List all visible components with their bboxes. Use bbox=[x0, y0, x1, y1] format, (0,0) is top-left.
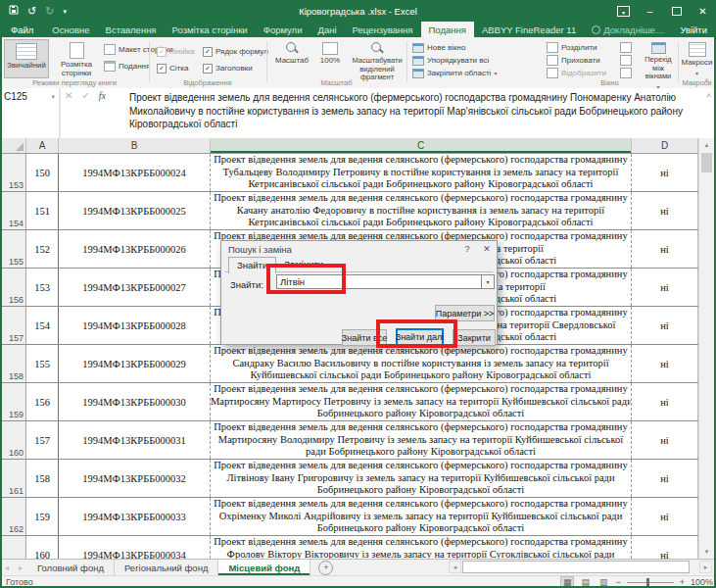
enter-icon[interactable]: ✓ bbox=[81, 90, 89, 101]
cell-b[interactable]: 1994МФ13КРББ000028 bbox=[59, 307, 211, 344]
row-header[interactable]: 162 bbox=[0, 498, 26, 535]
hscroll-left-icon[interactable]: ◂ bbox=[449, 561, 461, 573]
tab-data[interactable]: Дані bbox=[310, 22, 344, 37]
cell-c[interactable]: Проект відведення земель для ведення сел… bbox=[211, 460, 632, 497]
zoom-button[interactable]: Масштаб bbox=[272, 39, 311, 78]
maximize-button[interactable] bbox=[663, 0, 690, 22]
tab-review[interactable]: Рецензування bbox=[345, 22, 421, 37]
cell-c[interactable]: Проект відведення земель для ведення сел… bbox=[211, 536, 632, 559]
combo-dropdown-icon[interactable]: ▾ bbox=[481, 274, 495, 289]
cell-d[interactable]: ні bbox=[632, 307, 698, 344]
tab-page-layout[interactable]: Розмітка сторінки bbox=[165, 22, 256, 37]
zoom-to-selection-button[interactable]: Масштабувати виділений фрагмент bbox=[349, 39, 406, 78]
column-header-c[interactable]: C bbox=[211, 138, 632, 153]
insert-function-icon[interactable]: fx bbox=[99, 90, 106, 101]
row-header[interactable]: 158 bbox=[0, 345, 26, 382]
scroll-down-icon[interactable]: ▼ bbox=[699, 545, 714, 559]
horizontal-scrollbar[interactable] bbox=[462, 561, 697, 573]
name-box[interactable]: C125 ▾ bbox=[0, 88, 61, 138]
row-header[interactable]: 160 bbox=[0, 421, 26, 459]
undo-icon[interactable]: ↺ bbox=[27, 6, 36, 17]
tab-file[interactable]: Файл bbox=[0, 22, 44, 37]
row-header[interactable]: 157 bbox=[0, 307, 26, 344]
tab-home[interactable]: Основне bbox=[44, 22, 97, 37]
row-header[interactable]: 156 bbox=[0, 269, 26, 306]
cell-d[interactable]: ні bbox=[632, 498, 698, 535]
normal-view-button[interactable]: Звичайний bbox=[4, 39, 49, 78]
sheet-tab-regional-fund[interactable]: Регіональний фонд bbox=[115, 560, 218, 575]
cell-d[interactable]: ні bbox=[632, 460, 698, 497]
cell-b[interactable]: 1994МФ13КРББ000031 bbox=[59, 421, 211, 459]
macros-button[interactable]: Макроси ▾ bbox=[681, 39, 713, 78]
cell-a[interactable]: 158 bbox=[26, 460, 59, 497]
dialog-close-icon[interactable]: ✕ bbox=[477, 241, 497, 257]
column-header-b[interactable]: B bbox=[59, 138, 211, 153]
horizontal-scrollbar-thumb[interactable] bbox=[462, 561, 690, 573]
column-header-a[interactable]: A bbox=[26, 138, 59, 153]
minimize-button[interactable]: – bbox=[637, 0, 663, 22]
cell-c[interactable]: Проект відведення земель для ведення сел… bbox=[211, 154, 632, 191]
cell-c[interactable]: Проект відведення земель для ведення сел… bbox=[211, 383, 632, 420]
cell-d[interactable]: ні bbox=[632, 345, 698, 382]
cell-a[interactable]: 156 bbox=[26, 383, 59, 420]
unhide-button[interactable]: Відобразити bbox=[547, 68, 606, 78]
cell-d[interactable]: ні bbox=[632, 192, 698, 229]
freeze-panes-button[interactable]: Закріпити області ▾ bbox=[412, 68, 497, 78]
tab-view[interactable]: Подання bbox=[421, 22, 474, 37]
cell-d[interactable]: ні bbox=[632, 230, 698, 268]
cell-b[interactable]: 1994МФ13КРББ000034 bbox=[59, 536, 211, 559]
sheet-nav-left-icon[interactable]: ◂ bbox=[0, 560, 14, 575]
cell-d[interactable]: ні bbox=[632, 536, 698, 559]
cell-a[interactable]: 151 bbox=[26, 192, 59, 229]
save-icon[interactable] bbox=[9, 5, 19, 17]
cell-a[interactable]: 160 bbox=[26, 536, 59, 559]
page-layout-view-button[interactable]: Розмітка сторінки bbox=[52, 39, 101, 78]
cell-c[interactable]: Проект відведення земель для ведення сел… bbox=[211, 345, 632, 382]
ruler-checkbox[interactable]: ✓Лінійка bbox=[157, 46, 195, 57]
cell-a[interactable]: 152 bbox=[26, 230, 59, 268]
collapse-formula-bar-icon[interactable]: ˄ bbox=[706, 91, 711, 100]
row-header[interactable]: 161 bbox=[0, 460, 26, 497]
redo-icon[interactable]: ↻ bbox=[45, 6, 54, 17]
custom-views-button[interactable]: Подання bbox=[104, 61, 150, 72]
tab-abbyy[interactable]: ABBYY FineReader 11 bbox=[474, 22, 584, 37]
cell-c[interactable]: Проект відведення земель для ведення сел… bbox=[211, 421, 632, 459]
tab-formulas[interactable]: Формули bbox=[256, 22, 310, 37]
customize-qat-icon[interactable]: ▾ bbox=[63, 6, 67, 17]
cell-b[interactable]: 1994МФ13КРББ000026 bbox=[59, 230, 211, 268]
cell-b[interactable]: 1994МФ13КРББ000027 bbox=[59, 269, 211, 306]
sheet-tab-main-fund[interactable]: Головний фонд bbox=[27, 560, 115, 575]
cell-c[interactable]: Проект відведення земель для ведення сел… bbox=[211, 498, 632, 535]
cell-b[interactable]: 1994МФ13КРББ000033 bbox=[59, 498, 211, 535]
formula-bar-checkbox[interactable]: ✓Рядок формул bbox=[203, 46, 268, 57]
close-button[interactable]: Закрити bbox=[453, 329, 496, 346]
row-header[interactable]: 154 bbox=[0, 192, 26, 229]
cancel-icon[interactable]: ✕ bbox=[65, 90, 72, 101]
cell-a[interactable]: 153 bbox=[26, 269, 59, 306]
cell-b[interactable]: 1994МФ13КРББ000024 bbox=[59, 154, 211, 191]
cell-b[interactable]: 1994МФ13КРББ000029 bbox=[59, 345, 211, 382]
scroll-up-icon[interactable]: ▲ bbox=[699, 138, 714, 152]
headings-checkbox[interactable]: ✓Заголовки bbox=[203, 63, 253, 74]
zoom-slider[interactable] bbox=[627, 582, 674, 583]
cell-d[interactable]: ні bbox=[632, 383, 698, 420]
cell-d[interactable]: ні bbox=[632, 154, 698, 191]
gridlines-checkbox[interactable]: ✓Сітка bbox=[157, 63, 188, 74]
row-header[interactable]: 155 bbox=[0, 230, 26, 268]
column-header-d[interactable]: D bbox=[632, 138, 698, 153]
cell-c[interactable]: Проект відведення земель для ведення сел… bbox=[211, 192, 632, 229]
split-button[interactable]: Розділити bbox=[547, 42, 597, 53]
cell-a[interactable]: 159 bbox=[26, 498, 59, 535]
reset-window-position-icon[interactable] bbox=[620, 68, 632, 78]
cell-a[interactable]: 155 bbox=[26, 345, 59, 382]
cell-d[interactable]: ні bbox=[632, 421, 698, 459]
close-button[interactable]: ✕ bbox=[690, 0, 716, 22]
row-header[interactable]: 159 bbox=[0, 383, 26, 420]
add-sheet-icon[interactable]: + bbox=[318, 561, 333, 575]
view-side-by-side-icon[interactable] bbox=[620, 42, 632, 53]
hscroll-right-icon[interactable]: ▸ bbox=[699, 561, 712, 573]
switch-windows-button[interactable]: Перехід між вікнами ▾ bbox=[639, 39, 678, 78]
hide-button[interactable]: Приховати bbox=[547, 55, 600, 66]
dialog-help-icon[interactable]: ? bbox=[457, 241, 477, 257]
new-window-button[interactable]: Нове вікно bbox=[412, 42, 465, 53]
